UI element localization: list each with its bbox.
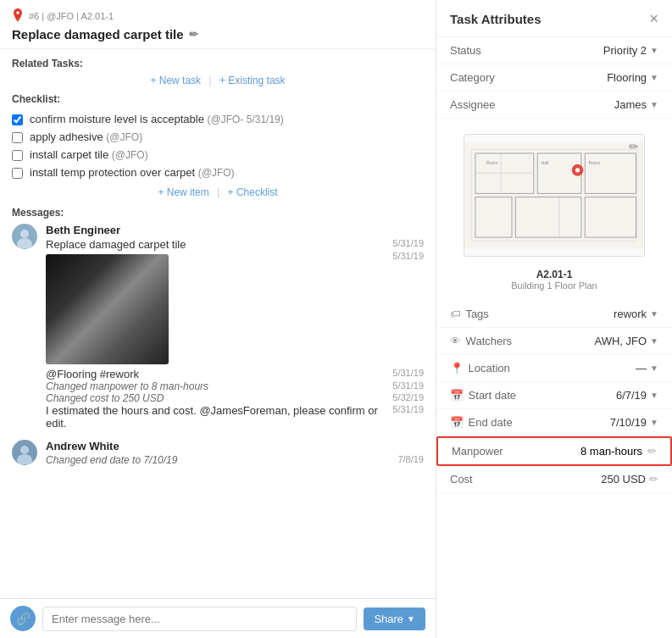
checklist-sep: | — [217, 186, 219, 198]
attr-assignee-label: Assignee — [450, 98, 495, 111]
beth-text-5: Changed cost to 250 USD — [46, 392, 386, 404]
floor-plan-label: A2.01-1 Building 1 Floor Plan — [450, 265, 658, 297]
assignee-dropdown-arrow: ▼ — [650, 100, 658, 109]
beth-line-4: Changed manpower to 8 man-hours 5/31/19 — [46, 380, 424, 392]
attachment-button[interactable]: 🔗 — [10, 606, 36, 631]
messages-section: Messages: Beth Engineer Replace damage — [12, 207, 424, 466]
category-dropdown-arrow: ▼ — [650, 73, 658, 82]
floor-plan-edit-icon[interactable]: ✏ — [629, 140, 639, 153]
checklist-checkbox-1[interactable] — [12, 114, 23, 125]
attr-watchers-value[interactable]: AWH, JFO ▼ — [594, 335, 658, 347]
checklist-item-3: install carpet tile (@JFO) — [12, 146, 424, 164]
attr-enddate-label: 📅 End date — [450, 416, 513, 429]
attr-cost-value: 250 USD ✏ — [601, 473, 658, 485]
andrew-author: Andrew White — [46, 440, 424, 452]
message-andrew: Andrew White Changed end date to 7/10/19… — [12, 440, 424, 466]
avatar-andrew-svg — [13, 441, 36, 464]
floor-plan-container[interactable]: Room Hall Room ✏ — [464, 134, 645, 257]
floor-plan-name: A2.01-1 — [450, 269, 658, 280]
tags-dropdown-arrow: ▼ — [650, 309, 658, 319]
beth-date-6: 5/31/19 — [392, 404, 424, 414]
attr-status-value[interactable]: Priority 2 ▼ — [603, 44, 658, 57]
svg-point-1 — [20, 230, 29, 238]
enddate-dropdown-arrow: ▼ — [650, 418, 658, 427]
close-button[interactable]: × — [649, 10, 658, 28]
attr-tags-value[interactable]: rework ▼ — [614, 308, 658, 320]
edit-title-icon[interactable]: ✏ — [189, 28, 198, 41]
tags-icon: 🏷 — [450, 308, 461, 320]
pin-icon — [12, 8, 24, 24]
manpower-edit-icon[interactable]: ✏ — [647, 445, 657, 458]
avatar-beth — [12, 224, 37, 249]
task-title-row: Replace damaged carpet tile ✏ — [12, 27, 424, 42]
tags-text: rework — [614, 308, 647, 320]
message-beth-body: Beth Engineer Replace damaged carpet til… — [46, 224, 424, 430]
location-text: — — [636, 362, 647, 374]
watchers-dropdown-arrow: ▼ — [650, 336, 658, 346]
beth-text-6: I estimated the hours and cost. @JamesFo… — [46, 404, 386, 430]
beth-text-3: @Flooring #rework — [46, 368, 386, 380]
checklist-link[interactable]: + Checklist — [228, 186, 278, 198]
floor-plan-section: Room Hall Room ✏ A2.01-1 Building 1 Floo… — [450, 125, 658, 297]
status-text: Priority 2 — [603, 44, 647, 57]
attr-category-value[interactable]: Flooring ▼ — [607, 71, 658, 84]
beth-image-row: 5/31/19 — [46, 251, 424, 368]
share-label: Share — [374, 613, 403, 625]
attr-cost-row: Cost 250 USD ✏ — [436, 466, 672, 493]
svg-rect-6 — [464, 142, 644, 248]
attr-tags-label: 🏷 Tags — [450, 308, 489, 320]
attr-startdate-value[interactable]: 6/7/19 ▼ — [616, 389, 658, 402]
new-task-link[interactable]: + New task — [150, 75, 201, 86]
checklist-checkbox-4[interactable] — [12, 168, 23, 179]
existing-task-link[interactable]: + Existing task — [219, 75, 286, 86]
task-meta-text: #6 | @JFO | A2.01-1 — [29, 11, 114, 21]
attr-enddate-value[interactable]: 7/10/19 ▼ — [610, 416, 658, 429]
beth-line-5: Changed cost to 250 USD 5/32/19 — [46, 392, 424, 404]
attr-category-label: Category — [450, 71, 495, 84]
svg-text:Room: Room — [486, 160, 498, 165]
bottom-bar: 🔗 Share ▼ — [0, 598, 436, 638]
andrew-text-1: Changed end date to 7/10/19 — [46, 454, 391, 466]
attr-assignee-value[interactable]: James ▼ — [614, 98, 658, 111]
assignee-text: James — [614, 98, 647, 111]
panel-title: Task Attributes — [450, 12, 541, 26]
attr-watchers-label: 👁 Watchers — [450, 335, 512, 347]
location-icon: 📍 — [450, 362, 464, 374]
enddate-icon: 📅 — [450, 416, 464, 429]
related-tasks-label: Related Tasks: — [12, 58, 424, 69]
beth-line-6: I estimated the hours and cost. @JamesFo… — [46, 404, 424, 430]
beth-author: Beth Engineer — [46, 224, 424, 236]
left-panel: #6 | @JFO | A2.01-1 Replace damaged carp… — [0, 0, 436, 638]
attr-location-label: 📍 Location — [450, 362, 510, 374]
left-content: Related Tasks: + New task | + Existing t… — [0, 49, 436, 485]
cost-text: 250 USD — [601, 473, 646, 485]
floor-plan-sub: Building 1 Floor Plan — [450, 280, 658, 291]
startdate-dropdown-arrow: ▼ — [650, 391, 658, 400]
checklist-item-2: apply adhesive (@JFO) — [12, 128, 424, 146]
checklist-items: confirm moisture level is acceptable (@J… — [12, 110, 424, 181]
checklist-checkbox-2[interactable] — [12, 132, 23, 143]
cost-edit-icon[interactable]: ✏ — [649, 473, 658, 485]
share-button[interactable]: Share ▼ — [364, 607, 425, 630]
new-item-link[interactable]: + New item — [158, 186, 208, 198]
attr-cost-label: Cost — [450, 473, 473, 485]
manpower-text: 8 man-hours — [580, 445, 642, 458]
task-meta: #6 | @JFO | A2.01-1 — [12, 8, 424, 24]
attr-location-value[interactable]: — ▼ — [636, 362, 658, 374]
attr-category-row: Category Flooring ▼ — [436, 64, 672, 92]
status-dropdown-arrow: ▼ — [650, 46, 658, 55]
checklist-checkbox-3[interactable] — [12, 150, 23, 161]
task-header: #6 | @JFO | A2.01-1 Replace damaged carp… — [0, 0, 436, 49]
beth-text-4: Changed manpower to 8 man-hours — [46, 380, 386, 392]
related-tasks-sep: | — [208, 75, 211, 86]
message-input[interactable] — [42, 607, 357, 631]
checklist-label: Checklist: — [12, 93, 424, 105]
svg-text:Room: Room — [589, 160, 601, 165]
startdate-icon: 📅 — [450, 389, 464, 402]
beth-date-2: 5/31/19 — [392, 251, 424, 261]
category-text: Flooring — [607, 71, 647, 84]
panel-header: Task Attributes × — [436, 0, 672, 37]
message-beth: Beth Engineer Replace damaged carpet til… — [12, 224, 424, 430]
checklist-text-2: apply adhesive (@JFO) — [30, 130, 424, 143]
andrew-date-1: 7/8/19 — [397, 454, 424, 464]
